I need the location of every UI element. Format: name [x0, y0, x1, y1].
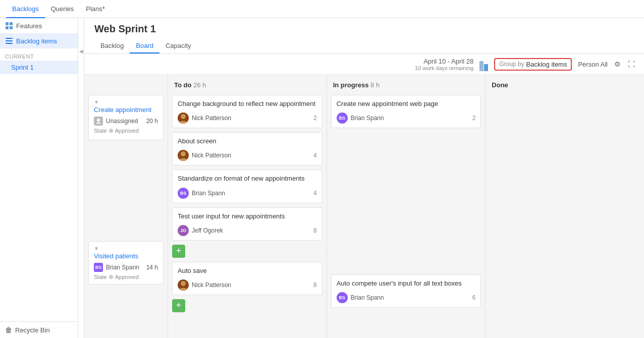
date-range: April 10 - April 28 [415, 58, 473, 65]
state-value-visited: Approved [115, 274, 139, 280]
points-auto-save: 8 [313, 281, 317, 289]
col-header-todo: To do 26 h [168, 75, 327, 95]
avatar-unassigned [94, 117, 103, 126]
avatar-brian-2: BS [337, 112, 348, 124]
task-meta-test-input: JO Jeff Ogorek 8 [178, 225, 317, 236]
task-meta-about-screen: Nick Patterson 4 [178, 150, 317, 161]
task-card-change-bg: Change background to reflect new appoint… [172, 95, 323, 128]
points-auto-compete: 6 [472, 294, 476, 301]
task-title-create-web: Create new appointment web page [337, 99, 476, 108]
assignee-jeff: Jeff Ogorek [192, 227, 223, 234]
backlog-items-label: Backlog items [16, 37, 57, 45]
inprogress-hours: 8 h [370, 81, 380, 89]
svg-rect-1 [10, 22, 13, 25]
collapse-arrow-visited[interactable]: ▼ [94, 246, 158, 251]
backlog-meta-create: Unassigned 20 h [94, 117, 158, 126]
col-header-inprogress: In progress 8 h [327, 75, 486, 95]
todo-create-appointment-section: Change background to reflect new appoint… [168, 95, 327, 258]
sidebar-sprint1[interactable]: Sprint 1 [0, 61, 78, 74]
avatar-jeff: JO [178, 225, 189, 236]
sub-nav: Backlog Board Capacity [94, 39, 634, 53]
backlog-title-create-appointment[interactable]: Create appointment [94, 106, 158, 114]
svg-rect-3 [10, 26, 13, 29]
recycle-bin-icon: 🗑 [5, 326, 12, 334]
todo-visited-patients-section: Auto save Nick Patterson 8 + [168, 262, 327, 312]
sidebar-item-features[interactable]: Features [0, 18, 78, 33]
tab-backlog[interactable]: Backlog [94, 39, 130, 53]
state-visited: State Approved [94, 274, 158, 280]
backlog-title-visited-patients[interactable]: Visited patients [94, 252, 158, 260]
state-dot-create [109, 129, 113, 133]
task-card-create-web: Create new appointment web page BS Brian… [331, 95, 481, 128]
app-container: Backlogs Queries Plans* Features Backlog… [0, 0, 644, 338]
top-nav: Backlogs Queries Plans* [0, 0, 644, 18]
todo-label: To do [174, 81, 191, 89]
assignee-unassigned: Unassigned [106, 118, 138, 125]
points-1: 2 [313, 115, 317, 122]
sprint-chart [479, 57, 488, 71]
page-title: Web Sprint 1 [94, 23, 634, 35]
person-all-control[interactable]: Person All [578, 61, 608, 68]
task-card-auto-compete: Auto compete user's input for all text b… [331, 274, 481, 308]
svg-rect-5 [6, 40, 13, 41]
state-label-create: State [94, 128, 107, 134]
content-area: Web Sprint 1 Backlog Board Capacity Apri… [84, 18, 644, 338]
state-value-create: Approved [115, 128, 139, 134]
assignee-brian-1: Brian Spann [192, 190, 225, 197]
task-title-test-input: Test user input for new appointments [178, 212, 317, 221]
group-by-control[interactable]: Group by Backlog items [494, 58, 572, 71]
settings-button[interactable]: ⚙ [611, 58, 624, 71]
tab-capacity[interactable]: Capacity [159, 39, 197, 53]
inprogress-label: In progress [333, 81, 369, 89]
task-meta-create-web: BS Brian Spann 2 [337, 112, 476, 124]
add-task-btn-create[interactable]: + [172, 245, 185, 258]
task-card-standardize: Standardize on format of new appointment… [172, 170, 323, 203]
collapse-arrow-create[interactable]: ▼ [94, 99, 158, 105]
tab-board[interactable]: Board [130, 39, 159, 53]
tab-queries[interactable]: Queries [45, 0, 80, 18]
svg-point-8 [181, 114, 186, 119]
assignee-brian-visited: Brian Spann [106, 264, 139, 271]
done-label: Done [492, 81, 508, 89]
date-range-block: April 10 - April 28 10 work days remaini… [415, 58, 473, 71]
task-title-auto-compete: Auto compete user's input for all text b… [337, 279, 476, 288]
expand-button[interactable]: ⛶ [625, 58, 638, 71]
avatar-nick-1 [178, 112, 189, 124]
sidebar-collapse-arrow[interactable]: ◀ [78, 18, 84, 338]
svg-point-10 [181, 281, 186, 286]
tab-plans[interactable]: Plans* [80, 0, 111, 18]
avatar-nick-3 [178, 279, 189, 291]
points-create-web: 2 [472, 115, 476, 122]
task-card-test-input: Test user input for new appointments JO … [172, 207, 323, 241]
svg-rect-6 [6, 43, 13, 44]
add-task-btn-visited[interactable]: + [172, 299, 185, 312]
recycle-bin-item[interactable]: 🗑 Recycle Bin [0, 321, 78, 338]
backlog-item-create-appointment: ▼ Create appointment Unassigned 20 h Sta… [88, 95, 164, 140]
svg-rect-2 [6, 26, 9, 29]
inprogress-create-section: Create new appointment web page BS Brian… [327, 95, 486, 128]
col-header-done: Done [486, 75, 644, 95]
backlog-items-panel: ▼ Create appointment Unassigned 20 h Sta… [84, 75, 168, 338]
board-toolbar: April 10 - April 28 10 work days remaini… [84, 54, 644, 75]
sidebar-item-backlog-items[interactable]: Backlog items [0, 33, 78, 48]
group-by-value: Backlog items [526, 61, 567, 68]
avatar-brian-3: BS [337, 292, 348, 303]
task-title-change-bg: Change background to reflect new appoint… [178, 99, 317, 108]
hours-visited: 14 h [146, 264, 158, 271]
kanban-col-todo: To do 26 h Change background to reflect … [168, 75, 327, 338]
hours-create: 20 h [146, 118, 158, 125]
tab-backlogs[interactable]: Backlogs [6, 0, 45, 18]
features-label: Features [16, 22, 42, 30]
assignee-nick-3: Nick Patterson [192, 281, 231, 289]
points-2: 4 [313, 152, 317, 159]
sidebar: Features Backlog items Current Sprint 1 … [0, 18, 78, 338]
svg-rect-0 [6, 22, 9, 25]
main-layout: Features Backlog items Current Sprint 1 … [0, 18, 644, 338]
inprogress-visited-section: Auto compete user's input for all text b… [327, 274, 486, 308]
task-meta-auto-compete: BS Brian Spann 6 [337, 292, 476, 303]
task-title-about-screen: About screen [178, 137, 317, 146]
kanban-col-done: Done [485, 75, 644, 338]
svg-point-9 [181, 151, 186, 156]
task-card-auto-save: Auto save Nick Patterson 8 [172, 262, 323, 295]
expand-icon: ⛶ [628, 60, 635, 68]
